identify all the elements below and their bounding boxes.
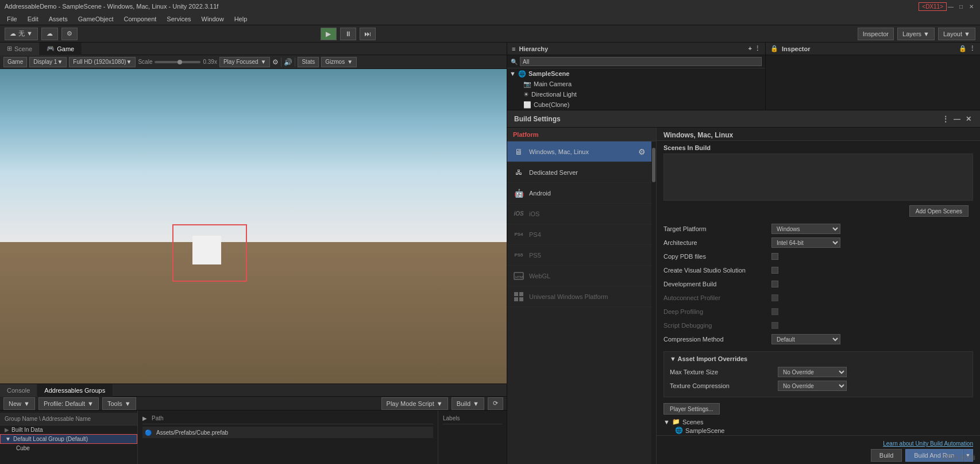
default-group-item[interactable]: ▼ Default Local Group (Default) bbox=[0, 434, 137, 444]
cube-path-item: 🔵 Assets/Prefabs/Cube.prefab bbox=[142, 427, 433, 438]
layers-btn[interactable]: Layers ▼ bbox=[897, 28, 935, 40]
profile-dropdown[interactable]: Profile: Default ▼ bbox=[38, 397, 99, 410]
dev-build-checkbox[interactable] bbox=[771, 281, 778, 287]
pause-button[interactable]: ⏸ bbox=[340, 28, 356, 40]
svg-rect-3 bbox=[519, 292, 523, 296]
menu-assets[interactable]: Assets bbox=[44, 14, 72, 24]
expand-icon: ▶ bbox=[5, 427, 9, 433]
scale-slider[interactable] bbox=[155, 61, 200, 63]
scene-root[interactable]: ▼ 🌐 SampleScene bbox=[507, 68, 765, 79]
platform-ps5[interactable]: PS5 PS5 bbox=[507, 245, 651, 266]
game-tab-icon: 🎮 bbox=[47, 45, 55, 52]
refresh-btn[interactable]: ⟳ bbox=[488, 397, 503, 410]
builtin-data-item[interactable]: ▶ Built In Data bbox=[0, 425, 137, 434]
menu-file[interactable]: File bbox=[2, 14, 22, 24]
platform-ios[interactable]: iOS iOS bbox=[507, 204, 651, 224]
build-close-icon[interactable]: ✕ bbox=[964, 114, 973, 124]
create-vs-row: Create Visual Studio Solution bbox=[663, 264, 973, 277]
game-display-dropdown[interactable]: Game bbox=[3, 57, 27, 67]
step-button[interactable]: ⏭ bbox=[360, 28, 376, 40]
more-icon[interactable]: ⋮ bbox=[754, 45, 761, 52]
menu-help[interactable]: Help bbox=[230, 14, 252, 24]
menu-component[interactable]: Component bbox=[119, 14, 161, 24]
title-bar: AddressableDemo - SampleScene - Windows,… bbox=[0, 0, 980, 13]
build-dropdown[interactable]: Build ▼ bbox=[452, 397, 484, 410]
close-btn[interactable]: ✕ bbox=[967, 2, 975, 10]
hierarchy-search[interactable] bbox=[520, 57, 762, 66]
menu-services[interactable]: Services bbox=[162, 14, 195, 24]
max-texture-row: Max Texture Size No Override bbox=[670, 366, 967, 378]
copy-pdb-checkbox[interactable] bbox=[771, 253, 778, 260]
cube-item[interactable]: Cube bbox=[0, 444, 137, 453]
max-texture-select[interactable]: No Override bbox=[778, 367, 847, 377]
resolution-dropdown[interactable]: Full HD (1920x1080) ▼ bbox=[69, 57, 136, 67]
platform-android[interactable]: 🤖 Android bbox=[507, 183, 651, 204]
directional-light-label: Directional Light bbox=[531, 91, 577, 98]
view-tabs: ⊞ Scene 🎮 Game bbox=[0, 43, 507, 55]
cloud2-btn[interactable]: ☁ bbox=[41, 28, 58, 40]
play-button[interactable]: ▶ bbox=[321, 28, 337, 40]
architecture-select[interactable]: Intel 64-bit bbox=[771, 237, 840, 248]
build-more-icon[interactable]: ⋮ bbox=[941, 114, 950, 124]
cloud-btn[interactable]: ☁ 无 ▼ bbox=[5, 28, 38, 40]
cube-clone-item[interactable]: ⬜ Cube(Clone) bbox=[507, 99, 765, 110]
directional-light-item[interactable]: ☀ Directional Light bbox=[507, 89, 765, 99]
window-title: AddressableDemo - SampleScene - Windows,… bbox=[5, 3, 914, 10]
platform-ps5-label: PS5 bbox=[529, 252, 541, 259]
create-vs-checkbox[interactable] bbox=[771, 267, 778, 274]
scene-name: SampleScene bbox=[528, 70, 570, 77]
texture-compression-select[interactable]: No Override bbox=[778, 381, 847, 391]
tools-dropdown[interactable]: Tools ▼ bbox=[102, 397, 136, 410]
add-icon[interactable]: + bbox=[748, 45, 752, 52]
platform-uwp-label: Universal Windows Platform bbox=[529, 293, 608, 300]
ps4-icon: PS4 bbox=[513, 229, 524, 240]
hierarchy-actions: + ⋮ bbox=[748, 45, 761, 52]
add-open-scenes-btn[interactable]: Add Open Scenes bbox=[909, 205, 969, 217]
scene-file-icon: 🌐 bbox=[675, 427, 683, 434]
inspector-more-icon[interactable]: ⋮ bbox=[969, 45, 975, 52]
new-btn[interactable]: New ▼ bbox=[3, 397, 35, 410]
addressables-tab[interactable]: Addressables Groups bbox=[37, 384, 113, 397]
build-footer: Learn about Unity Build Automation Build… bbox=[657, 435, 980, 464]
build-minimize-icon[interactable]: — bbox=[952, 114, 962, 124]
mute-icon[interactable]: 🔊 bbox=[284, 58, 292, 66]
play-controls: ▶ ⏸ ⏭ bbox=[321, 28, 376, 40]
build-btn[interactable]: Build bbox=[871, 449, 902, 462]
menu-gameobject[interactable]: GameObject bbox=[74, 14, 118, 24]
platform-dedicated-server[interactable]: 🖧 Dedicated Server bbox=[507, 162, 651, 183]
platform-ps4[interactable]: PS4 PS4 bbox=[507, 224, 651, 245]
main-camera-item[interactable]: 📷 Main Camera bbox=[507, 79, 765, 89]
game-tab[interactable]: 🎮 Game bbox=[40, 43, 82, 55]
play-mode-script-dropdown[interactable]: Play Mode Script ▼ bbox=[381, 397, 448, 410]
platform-windows[interactable]: 🖥 Windows, Mac, Linux ⚙ bbox=[507, 141, 651, 162]
build-automation-link[interactable]: Learn about Unity Build Automation bbox=[663, 440, 973, 447]
stats-btn[interactable]: Stats bbox=[298, 57, 319, 67]
maximize-btn[interactable]: □ bbox=[957, 2, 965, 10]
max-texture-label: Max Texture Size bbox=[670, 369, 773, 375]
layout-btn[interactable]: Layout ▼ bbox=[938, 28, 975, 40]
platform-uwp[interactable]: Universal Windows Platform bbox=[507, 286, 651, 307]
play-focused-dropdown[interactable]: Play Focused ▼ bbox=[219, 57, 271, 67]
display-num-dropdown[interactable]: Display 1 ▼ bbox=[29, 57, 67, 67]
scenes-expand-icon: ▼ bbox=[663, 419, 670, 425]
player-settings-btn[interactable]: Player Settings... bbox=[663, 403, 720, 415]
minimize-btn[interactable]: — bbox=[947, 2, 955, 10]
inspector-btn[interactable]: Inspector bbox=[858, 28, 894, 40]
architecture-label: Architecture bbox=[663, 239, 767, 246]
menu-edit[interactable]: Edit bbox=[23, 14, 43, 24]
script-debugging-checkbox[interactable] bbox=[771, 322, 778, 329]
platform-gear-icon[interactable]: ⚙ bbox=[638, 147, 646, 156]
platform-webgl[interactable]: HTML WebGL bbox=[507, 266, 651, 286]
deep-profiling-checkbox[interactable] bbox=[771, 308, 778, 315]
platform-scrollbar[interactable] bbox=[651, 141, 656, 464]
settings-btn[interactable]: ⚙ bbox=[61, 28, 78, 40]
target-platform-select[interactable]: Windows bbox=[771, 224, 840, 234]
autoconnect-checkbox[interactable] bbox=[771, 294, 778, 301]
inspector-lock-icon[interactable]: 🔒 bbox=[959, 45, 967, 52]
console-tab[interactable]: Console bbox=[0, 384, 37, 397]
menu-window[interactable]: Window bbox=[197, 14, 229, 24]
compression-select[interactable]: Default bbox=[771, 334, 840, 344]
gizmos-dropdown[interactable]: Gizmos ▼ bbox=[321, 57, 357, 67]
csdn-credit: CSDN @lz痴 bbox=[942, 454, 976, 462]
scene-tab[interactable]: ⊞ Scene bbox=[0, 43, 40, 55]
